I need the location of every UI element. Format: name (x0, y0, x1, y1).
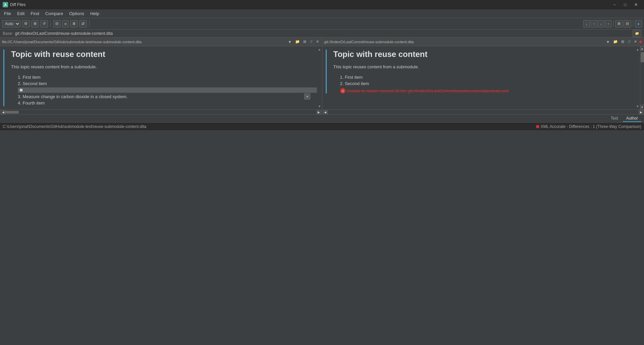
close-button[interactable]: ✕ (631, 0, 641, 9)
right-h-scroll-right[interactable]: ▶ (639, 110, 643, 114)
right-panel-path: git://IndexOrLastCommit/reuse-submodule-… (324, 40, 604, 44)
right-h-scroll-left[interactable]: ◀ (323, 110, 328, 114)
right-scroll-down[interactable]: ▼ (636, 105, 639, 108)
right-v-scroll-down-btn[interactable]: ▼ (640, 105, 644, 110)
status-info: XML Accurate - Differences : 1 (Three-Wa… (536, 124, 641, 129)
left-refresh-button[interactable]: ↺ (309, 39, 314, 44)
minimize-button[interactable]: − (609, 0, 620, 9)
grid2-button[interactable]: ⊟ (624, 20, 631, 27)
diff-highlight-wrapper: ✕ (18, 87, 317, 93)
toolbar-separator-4 (633, 20, 633, 27)
left-topic-title: Topic with reuse content (8, 50, 317, 59)
arrows-button[interactable]: ⇄ (79, 20, 87, 27)
tag-button[interactable]: ⊞ (31, 20, 39, 27)
diff-highlight-row (18, 87, 317, 93)
left-panel-path: file://C:/Users/jonat/Documents/GitHub/s… (2, 40, 286, 44)
tab-author[interactable]: Author (623, 115, 641, 122)
tab-bar: Text Author (0, 114, 644, 122)
gear-button[interactable]: ⚙ (22, 20, 30, 27)
left-panel-header: file://C:/Users/jonat/Documents/GitHub/s… (0, 38, 322, 46)
menu-bar: File Edit Find Compare Options Help (0, 9, 644, 18)
right-dropdown-button[interactable]: ▼ (605, 40, 611, 44)
menu-help[interactable]: Help (88, 10, 102, 17)
status-diff-count: XML Accurate - Differences : 1 (Three-Wa… (536, 124, 641, 129)
right-folder-button[interactable]: 📁 (612, 39, 619, 44)
menu-options[interactable]: Options (66, 10, 87, 17)
error-icon: ⊙ (340, 88, 345, 93)
right-close-button[interactable]: ✕ (633, 39, 638, 44)
base-path: git://IndexOrLastCommit/reuse-submodule-… (15, 31, 113, 36)
right-topic-subtitle: This topic reuses content from a submodu… (330, 64, 635, 69)
nav-up2-button[interactable]: ↑ (605, 20, 612, 27)
status-diff-text: XML Accurate - Differences : 1 (Three-Wa… (541, 124, 641, 129)
status-bar: C:\Users\jonat\Documents\GitHub\submodul… (0, 122, 644, 130)
window-title: Diff Files (10, 2, 607, 7)
left-h-scroll-left[interactable]: ◀ (1, 110, 5, 114)
toggle2-button[interactable]: ≡ (62, 20, 69, 27)
toggle1-button[interactable]: ⊟ (53, 20, 61, 27)
menu-edit[interactable]: Edit (14, 10, 27, 17)
right-error-row: ⊙ Unable to obtain commit ID for: git://… (340, 88, 635, 93)
toggle3-button[interactable]: ≣ (70, 20, 78, 27)
left-close-button[interactable]: ✕ (315, 39, 320, 44)
left-h-scrollbar: ◀ ▶ (0, 110, 322, 114)
left-scroll-up[interactable]: ▲ (318, 48, 321, 51)
nav-up1-button[interactable]: ↑ (591, 20, 597, 27)
far-right-button[interactable]: ● (635, 20, 642, 27)
right-scroll-up[interactable]: ▲ (636, 48, 639, 51)
toolbar: Auto ⚙ ⊞ ↺ ⊟ ≡ ≣ ⇄ ↓ ↑ ↓ ↑ ⊞ ⊟ ● (0, 18, 644, 29)
toolbar-separator-1 (50, 20, 51, 27)
menu-compare[interactable]: Compare (43, 10, 66, 17)
status-red-dot (536, 125, 539, 128)
right-v-scrollbar: ▲ ▼ (640, 46, 644, 110)
mode-select[interactable]: Auto (2, 20, 20, 27)
title-bar: A Diff Files − □ ✕ (0, 0, 644, 9)
left-topic-subtitle: This topic reuses content from a submodu… (8, 64, 317, 69)
left-h-scroll-track[interactable] (5, 111, 317, 114)
left-panel-content: ▲ Topic with reuse content This topic re… (0, 46, 322, 110)
right-error-text: Unable to obtain commit ID for: git://In… (347, 88, 509, 93)
right-refresh-button[interactable]: ↺ (627, 39, 632, 44)
left-folder-button[interactable]: 📁 (294, 39, 301, 44)
right-panel-header: git://IndexOrLastCommit/reuse-submodule-… (322, 38, 644, 46)
grid1-button[interactable]: ⊞ (615, 20, 623, 27)
right-bar-content: Topic with reuse content This topic reus… (326, 50, 635, 93)
list-item-r2: 2. Second item (340, 80, 635, 87)
window-controls: − □ ✕ (609, 0, 641, 9)
right-content-wrapper: ▲ Topic with reuse content This topic re… (322, 46, 644, 110)
right-error-indicator (639, 41, 642, 43)
left-bar-content: Topic with reuse content This topic reus… (3, 50, 317, 106)
base-label: Base: (3, 31, 13, 36)
right-v-scroll-track[interactable] (641, 51, 644, 105)
nav-down1-button[interactable]: ↓ (583, 20, 590, 27)
menu-find[interactable]: Find (28, 10, 42, 17)
list-item: 1. First item (18, 74, 317, 80)
nav-group: ↓ ↑ ↓ ↑ ⊞ ⊟ ● (583, 20, 642, 27)
base-folder-button[interactable]: 📁 (633, 30, 641, 37)
toolbar-separator-2 (89, 20, 90, 27)
right-h-scrollbar: ◀ ▶ (322, 110, 644, 114)
left-dropdown-button[interactable]: ▼ (287, 40, 293, 44)
left-h-scroll-right[interactable]: ▶ (317, 110, 321, 114)
right-copy-button[interactable]: ⊞ (620, 39, 625, 44)
refresh-button[interactable]: ↺ (40, 20, 48, 27)
maximize-button[interactable]: □ (620, 0, 631, 9)
right-panel: git://IndexOrLastCommit/reuse-submodule-… (322, 38, 644, 114)
left-copy-button[interactable]: ⊞ (302, 39, 307, 44)
list-item: 2. Second item (18, 80, 317, 87)
right-topic-title: Topic with reuse content (330, 50, 635, 59)
left-scroll-down[interactable]: ▼ (318, 105, 321, 108)
toolbar-separator-3 (613, 20, 613, 27)
diff-bullet (20, 89, 22, 91)
panels-row: file://C:/Users/jonat/Documents/GitHub/s… (0, 38, 644, 114)
nav-down2-button[interactable]: ↓ (598, 20, 604, 27)
app-icon: A (3, 2, 8, 7)
tab-text[interactable]: Text (607, 115, 622, 122)
right-v-scroll-thumb (641, 52, 644, 62)
right-v-scroll-up-btn[interactable]: ▲ (640, 46, 644, 51)
menu-file[interactable]: File (1, 10, 14, 17)
diff-close-button[interactable]: ✕ (304, 93, 310, 99)
list-item-r1: 1. First item (340, 74, 635, 80)
right-panel-content: ▲ Topic with reuse content This topic re… (322, 46, 640, 110)
left-h-scroll-thumb (5, 111, 19, 114)
